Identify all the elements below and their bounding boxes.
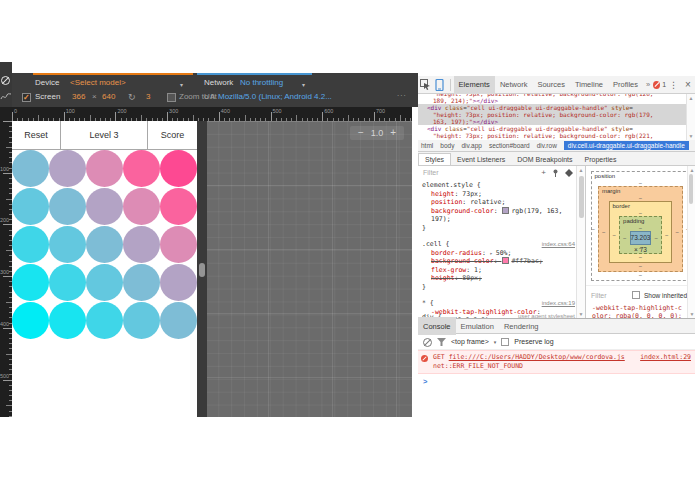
page-scrollbar[interactable]: [197, 121, 207, 417]
elements-tree[interactable]: "height: 73px; position: relative; backg…: [418, 94, 686, 140]
computed-scrollbar[interactable]: ▲ ▼: [687, 166, 695, 318]
scroll-down-icon[interactable]: ▼: [577, 311, 585, 317]
computed-scrollbar-thumb[interactable]: [689, 174, 693, 204]
style-property[interactable]: height: 73px;: [422, 190, 575, 199]
game-circle[interactable]: [123, 302, 160, 339]
show-inherited-checkbox[interactable]: [632, 291, 640, 299]
box-model[interactable]: position − − margin − − border −: [591, 171, 691, 281]
sidebar-tab-dombreakpoints[interactable]: DOM Breakpoints: [511, 154, 578, 165]
scroll-down-icon[interactable]: ▼: [687, 133, 695, 139]
game-circle[interactable]: [12, 302, 49, 339]
game-circle[interactable]: [123, 188, 160, 225]
game-circle[interactable]: [49, 188, 86, 225]
game-circle[interactable]: [86, 302, 123, 339]
console-tab-rendering[interactable]: Rendering: [499, 317, 544, 335]
network-throttle-icon[interactable]: [0, 92, 12, 102]
preserve-log-checkbox[interactable]: [501, 338, 509, 346]
breadcrumb-item[interactable]: div.cell.ui-draggable.ui-draggable-handl…: [564, 141, 689, 150]
breadcrumb-item[interactable]: body: [440, 142, 454, 149]
scroll-up-icon[interactable]: ▲: [687, 95, 695, 101]
tab-profiles[interactable]: Profiles: [608, 76, 643, 94]
computed-filter-input[interactable]: Filter: [591, 292, 628, 299]
elements-scrollbar[interactable]: ▲ ▼: [686, 94, 695, 140]
game-circle[interactable]: [86, 264, 123, 301]
dom-node-line[interactable]: <div class="cell ui-draggable ui-draggab…: [418, 125, 686, 132]
game-circle[interactable]: [86, 150, 123, 187]
inspect-element-icon[interactable]: [418, 77, 432, 93]
game-circle[interactable]: [12, 226, 49, 263]
toolbar-more-icon[interactable]: ...: [397, 87, 407, 101]
game-circle[interactable]: [49, 264, 86, 301]
scroll-up-icon[interactable]: ▲: [577, 167, 585, 173]
dom-node-line[interactable]: 163, 197);"></div>: [418, 118, 686, 125]
page-scrollbar-thumb[interactable]: [199, 263, 205, 277]
style-property[interactable]: flex-grow: 1;: [422, 266, 575, 275]
stylesheet-link[interactable]: index.css:64: [542, 240, 575, 249]
game-circle[interactable]: [49, 226, 86, 263]
sidebar-tab-properties[interactable]: Properties: [579, 154, 623, 165]
tab-timeline[interactable]: Timeline: [570, 76, 608, 94]
stylesheet-link[interactable]: index.css:19: [542, 299, 575, 308]
game-circle[interactable]: [86, 226, 123, 263]
screen-checkbox[interactable]: [22, 91, 31, 105]
execution-context-select[interactable]: <top frame>: [451, 338, 489, 345]
reset-button[interactable]: Reset: [12, 121, 61, 149]
filter-icon[interactable]: [437, 338, 446, 346]
breadcrumb-item[interactable]: div.row: [537, 142, 557, 149]
screen-height-value[interactable]: 640: [102, 90, 115, 104]
new-style-rule-icon[interactable]: +: [541, 169, 546, 177]
zoom-in-button[interactable]: +: [390, 128, 396, 138]
rotate-device-icon[interactable]: ↻: [128, 90, 136, 104]
scroll-up-icon[interactable]: ▲: [688, 167, 695, 173]
context-caret-icon[interactable]: ▾: [494, 339, 497, 345]
style-property[interactable]: border-radius: ▸ 50%;: [422, 249, 575, 258]
breadcrumb-item[interactable]: section#board: [489, 142, 530, 149]
game-circle[interactable]: [12, 150, 49, 187]
ua-value[interactable]: Mozilla/5.0 (Linux; Android 4.2...: [218, 90, 332, 104]
game-circle[interactable]: [123, 226, 160, 263]
console-prompt[interactable]: >: [418, 374, 695, 386]
game-circle[interactable]: [123, 264, 160, 301]
error-badge-icon[interactable]: [653, 81, 660, 89]
game-circle[interactable]: [49, 302, 86, 339]
scroll-down-icon[interactable]: ▼: [688, 311, 695, 317]
style-property[interactable]: background-color: rgb(179, 163, 197);: [422, 207, 575, 224]
game-circle[interactable]: [86, 188, 123, 225]
zoom-to-fit-checkbox[interactable]: [167, 91, 176, 105]
sidebar-tab-eventlisteners[interactable]: Event Listeners: [451, 154, 511, 165]
game-circle[interactable]: [12, 188, 49, 225]
game-circle[interactable]: [12, 264, 49, 301]
element-state-icon[interactable]: [565, 169, 573, 177]
zoom-out-button[interactable]: −: [358, 128, 364, 138]
dom-node-line[interactable]: "height: 73px; position: relative; backg…: [418, 111, 686, 118]
toggle-device-mode-icon[interactable]: [432, 77, 446, 93]
error-url-link[interactable]: file:///C:/Users/HADDY/Desktop/www/cordo…: [449, 353, 625, 361]
game-circle[interactable]: [49, 150, 86, 187]
tab-[interactable]: »: [643, 76, 653, 94]
tab-network[interactable]: Network: [495, 76, 533, 94]
styles-scrollbar-thumb[interactable]: [579, 176, 584, 218]
block-icon[interactable]: [1, 71, 10, 89]
game-circle[interactable]: [160, 150, 197, 187]
game-circle[interactable]: [160, 264, 197, 301]
devtools-close-icon[interactable]: ×: [681, 77, 695, 93]
breadcrumb-item[interactable]: html: [421, 142, 433, 149]
dom-node-line[interactable]: <div class="cell ui-draggable ui-draggab…: [418, 104, 686, 111]
clear-console-icon[interactable]: [423, 333, 432, 351]
device-model-select[interactable]: <Select model>: [70, 76, 126, 90]
game-circle[interactable]: [123, 150, 160, 187]
computed-property[interactable]: -webkit-tap-highlight-color: rgba(0, 0, …: [592, 304, 685, 318]
dpr-value[interactable]: 3: [146, 90, 150, 104]
game-circle[interactable]: [160, 188, 197, 225]
screen-width-value[interactable]: 366: [72, 90, 85, 104]
error-source-link[interactable]: index.html:29: [640, 353, 691, 362]
game-circle[interactable]: [160, 226, 197, 263]
pin-icon[interactable]: [552, 169, 559, 177]
tab-sources[interactable]: Sources: [532, 76, 570, 94]
style-property[interactable]: background-color: #ff7bac;: [422, 257, 575, 266]
devtools-menu-icon[interactable]: ⋮: [666, 77, 680, 93]
network-throttling-select[interactable]: No throttling: [240, 76, 283, 90]
console-tab-emulation[interactable]: Emulation: [456, 317, 499, 335]
breadcrumb-item[interactable]: div.app: [461, 142, 481, 149]
game-circle[interactable]: [160, 302, 197, 339]
